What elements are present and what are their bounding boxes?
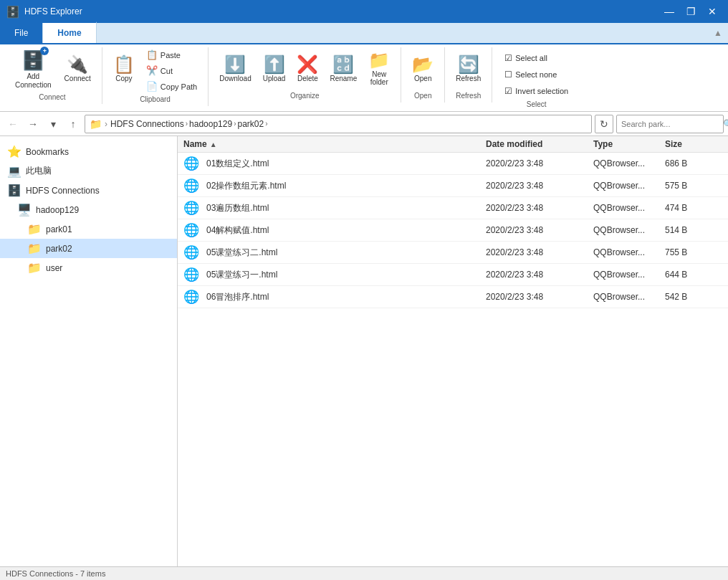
file-icon: 🌐 (183, 289, 199, 305)
column-name[interactable]: Name ▲ (183, 139, 486, 149)
table-row[interactable]: 🌐 01数组定义.html 2020/2/23 3:48 QQBrowser..… (178, 153, 728, 175)
minimize-button[interactable]: — (659, 1, 679, 22)
breadcrumb-hdfs-chevron[interactable]: › (186, 120, 188, 128)
file-name: 06冒泡排序.html (206, 291, 269, 303)
plus-badge: + (40, 47, 49, 55)
breadcrumb-park02: park02 (237, 119, 264, 129)
table-row[interactable]: 🌐 03遍历数组.html 2020/2/23 3:48 QQBrowser..… (178, 197, 728, 219)
table-row[interactable]: 🌐 05课堂练习二.html 2020/2/23 3:48 QQBrowser.… (178, 242, 728, 264)
file-type: QQBrowser... (593, 292, 665, 302)
column-date-modified[interactable]: Date modified (486, 139, 593, 149)
download-icon: ⬇️ (224, 56, 246, 73)
select-all-button[interactable]: ☑ Select all (498, 50, 575, 66)
ribbon-group-select: ☑ Select all ☐ Select none ☑ Invert sele… (492, 47, 580, 111)
download-button[interactable]: ⬇️ Download (214, 47, 256, 90)
connect-icon: 🔌 (67, 56, 88, 73)
table-row[interactable]: 🌐 04解构赋值.html 2020/2/23 3:48 QQBrowser..… (178, 219, 728, 242)
ribbon-group-organize: ⬇️ Download ⬆️ Upload ❌ Delete 🔡 Rename … (209, 47, 401, 103)
copy-button[interactable]: 📋 Copy (108, 47, 140, 90)
paste-button[interactable]: 📋 Paste (141, 47, 202, 62)
forward-button[interactable]: → (24, 115, 42, 133)
bookmarks-icon: ⭐ (7, 145, 21, 158)
up-button[interactable]: ↑ (64, 115, 82, 133)
sidebar-item-hadoop129[interactable]: 🖥️ hadoop129 (0, 200, 177, 219)
refresh-icon: 🔄 (458, 56, 479, 73)
file-rows: 🌐 01数组定义.html 2020/2/23 3:48 QQBrowser..… (178, 153, 728, 308)
file-name: 01数组定义.html (206, 158, 269, 170)
table-row[interactable]: 🌐 02操作数组元素.html 2020/2/23 3:48 QQBrowser… (178, 175, 728, 197)
search-icon: 🔍 (723, 119, 728, 129)
bookmarks-label: Bookmarks (26, 147, 69, 157)
sidebar: ⭐ Bookmarks 💻 此电脑 🗄️ HDFS Connections 🖥️… (0, 136, 178, 566)
cut-button[interactable]: ✂️ Cut (141, 63, 202, 78)
tab-home[interactable]: Home (43, 22, 96, 43)
delete-button[interactable]: ❌ Delete (292, 47, 323, 90)
dropdown-history-button[interactable]: ▾ (44, 115, 62, 133)
select-group-label: Select (498, 99, 575, 111)
select-none-button[interactable]: ☐ Select none (498, 67, 575, 82)
upload-button[interactable]: ⬆️ Upload (258, 47, 291, 90)
hadoop129-label: hadoop129 (36, 205, 79, 215)
table-row[interactable]: 🌐 05课堂练习一.html 2020/2/23 3:48 QQBrowser.… (178, 264, 728, 286)
nav-bar: ← → ▾ ↑ 📁 › HDFS Connections › hadoop129… (0, 112, 728, 136)
back-button[interactable]: ← (4, 115, 21, 133)
file-size: 755 B (665, 247, 722, 257)
file-date: 2020/2/23 3:48 (486, 203, 593, 213)
app-title: HDFS Explorer (24, 6, 82, 16)
title-bar: 🗄️ HDFS Explorer — ❐ ✕ (0, 0, 728, 23)
ribbon-collapse-btn[interactable]: ▲ (714, 23, 728, 43)
column-type[interactable]: Type (593, 139, 665, 149)
rename-button[interactable]: 🔡 Rename (325, 47, 362, 90)
refresh-button[interactable]: 🔄 Refresh (451, 47, 486, 90)
address-folder-icon: 📁 (90, 118, 102, 130)
sidebar-item-bookmarks[interactable]: ⭐ Bookmarks (0, 142, 177, 161)
search-input[interactable] (621, 120, 720, 128)
file-name: 02操作数组元素.html (206, 180, 286, 192)
open-group-label: Open (407, 90, 439, 103)
sidebar-item-park01[interactable]: 📁 park01 (0, 219, 177, 239)
new-folder-icon: 📁 (368, 52, 390, 69)
refresh-address-button[interactable]: ↻ (595, 115, 613, 133)
file-size: 644 B (665, 270, 722, 280)
sidebar-item-hdfs-connections[interactable]: 🗄️ HDFS Connections (0, 181, 177, 200)
tab-file[interactable]: File (0, 23, 43, 43)
search-bar: 🔍 (616, 115, 724, 133)
park01-label: park01 (46, 224, 72, 234)
sidebar-item-park02[interactable]: 📁 park02 (0, 239, 177, 258)
table-row[interactable]: 🌐 06冒泡排序.html 2020/2/23 3:48 QQBrowser..… (178, 286, 728, 308)
hadoop-icon: 🖥️ (17, 203, 32, 217)
file-size: 542 B (665, 292, 722, 302)
sidebar-item-this-computer[interactable]: 💻 此电脑 (0, 161, 177, 181)
file-size: 514 B (665, 225, 722, 235)
breadcrumb-hadoop-chevron[interactable]: › (234, 120, 236, 128)
sort-arrow: ▲ (210, 141, 217, 148)
file-size: 575 B (665, 181, 722, 191)
connect-button[interactable]: 🔌 Connect (59, 47, 96, 90)
close-button[interactable]: ✕ (702, 1, 722, 22)
invert-selection-button[interactable]: ☑ Invert selection (498, 83, 575, 99)
file-date: 2020/2/23 3:48 (486, 247, 593, 257)
app-icon: 🗄️ (6, 5, 20, 19)
ribbon-group-connect: 🗄️ + AddConnection 🔌 Connect Connect (3, 47, 102, 104)
file-type: QQBrowser... (593, 158, 665, 168)
sidebar-item-user[interactable]: 📁 user (0, 258, 177, 277)
open-button[interactable]: 📂 Open (407, 47, 439, 90)
invert-selection-checkbox-icon: ☑ (504, 86, 512, 96)
this-computer-label: 此电脑 (26, 165, 52, 177)
add-connection-button[interactable]: 🗄️ + AddConnection (9, 47, 58, 92)
add-connection-label: AddConnection (15, 72, 52, 90)
new-folder-button[interactable]: 📁 New folder (363, 47, 395, 90)
breadcrumb-park02-chevron[interactable]: › (265, 120, 267, 128)
copy-path-button[interactable]: 📄 Copy Path (141, 79, 202, 94)
ribbon-group-clipboard: 📋 Copy 📋 Paste ✂️ Cut 📄 Copy Path Clipbo… (102, 47, 209, 106)
column-size[interactable]: Size (665, 139, 722, 149)
restore-button[interactable]: ❐ (681, 1, 701, 22)
rename-icon: 🔡 (332, 56, 354, 73)
address-bar[interactable]: 📁 › HDFS Connections › hadoop129 › park0… (85, 115, 592, 133)
organize-group-label: Organize (214, 90, 395, 103)
open-icon: 📂 (412, 56, 434, 73)
clipboard-group-label: Clipboard (108, 94, 202, 106)
user-icon: 📁 (27, 261, 42, 275)
ribbon-group-open: 📂 Open Open (401, 47, 445, 103)
file-icon: 🌐 (183, 178, 199, 194)
